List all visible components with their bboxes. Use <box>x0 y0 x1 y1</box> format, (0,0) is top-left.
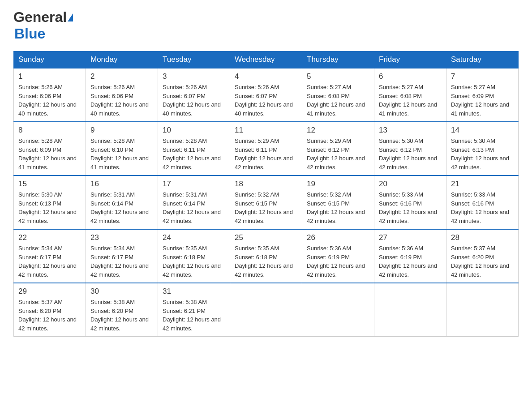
calendar-body: 1 Sunrise: 5:26 AM Sunset: 6:06 PM Dayli… <box>14 68 519 337</box>
day-number: 4 <box>235 72 297 81</box>
day-number: 12 <box>307 126 369 135</box>
day-number: 10 <box>163 126 225 135</box>
calendar-cell: 28 Sunrise: 5:37 AM Sunset: 6:20 PM Dayl… <box>446 229 519 283</box>
day-number: 26 <box>307 233 369 242</box>
day-number: 1 <box>18 72 81 81</box>
calendar-cell: 17 Sunrise: 5:31 AM Sunset: 6:14 PM Dayl… <box>158 176 230 229</box>
calendar-cell: 12 Sunrise: 5:29 AM Sunset: 6:12 PM Dayl… <box>302 122 374 176</box>
calendar-week-row: 8 Sunrise: 5:28 AM Sunset: 6:09 PM Dayli… <box>14 122 519 176</box>
calendar-cell: 19 Sunrise: 5:32 AM Sunset: 6:15 PM Dayl… <box>302 176 374 229</box>
calendar-cell: 16 Sunrise: 5:31 AM Sunset: 6:14 PM Dayl… <box>86 176 158 229</box>
day-info: Sunrise: 5:27 AM Sunset: 6:08 PM Dayligh… <box>379 83 442 118</box>
calendar-header-row: SundayMondayTuesdayWednesdayThursdayFrid… <box>14 51 519 68</box>
day-number: 31 <box>163 287 225 296</box>
calendar-cell: 2 Sunrise: 5:26 AM Sunset: 6:06 PM Dayli… <box>86 68 158 122</box>
day-info: Sunrise: 5:31 AM Sunset: 6:14 PM Dayligh… <box>163 190 225 225</box>
day-number: 20 <box>379 180 442 188</box>
logo: General Blue <box>13 9 73 42</box>
calendar-cell: 3 Sunrise: 5:26 AM Sunset: 6:07 PM Dayli… <box>158 68 230 122</box>
day-info: Sunrise: 5:26 AM Sunset: 6:06 PM Dayligh… <box>18 83 81 118</box>
calendar-cell: 15 Sunrise: 5:30 AM Sunset: 6:13 PM Dayl… <box>14 176 86 229</box>
calendar-week-row: 1 Sunrise: 5:26 AM Sunset: 6:06 PM Dayli… <box>14 68 519 122</box>
day-info: Sunrise: 5:32 AM Sunset: 6:15 PM Dayligh… <box>235 190 297 225</box>
calendar-cell: 5 Sunrise: 5:27 AM Sunset: 6:08 PM Dayli… <box>302 68 374 122</box>
day-info: Sunrise: 5:35 AM Sunset: 6:18 PM Dayligh… <box>235 244 297 279</box>
day-number: 27 <box>379 233 442 242</box>
calendar-cell: 20 Sunrise: 5:33 AM Sunset: 6:16 PM Dayl… <box>374 176 446 229</box>
calendar-cell: 27 Sunrise: 5:36 AM Sunset: 6:19 PM Dayl… <box>374 229 446 283</box>
calendar-header-tuesday: Tuesday <box>158 51 230 68</box>
calendar-cell: 24 Sunrise: 5:35 AM Sunset: 6:18 PM Dayl… <box>158 229 230 283</box>
day-info: Sunrise: 5:35 AM Sunset: 6:18 PM Dayligh… <box>163 244 225 279</box>
day-number: 7 <box>451 72 514 81</box>
day-info: Sunrise: 5:28 AM Sunset: 6:10 PM Dayligh… <box>90 137 153 171</box>
day-info: Sunrise: 5:27 AM Sunset: 6:09 PM Dayligh… <box>451 83 514 118</box>
day-info: Sunrise: 5:38 AM Sunset: 6:21 PM Dayligh… <box>163 298 225 333</box>
day-info: Sunrise: 5:29 AM Sunset: 6:11 PM Dayligh… <box>235 137 297 171</box>
day-info: Sunrise: 5:27 AM Sunset: 6:08 PM Dayligh… <box>307 83 369 118</box>
calendar-header-friday: Friday <box>374 51 446 68</box>
calendar-cell: 21 Sunrise: 5:33 AM Sunset: 6:16 PM Dayl… <box>446 176 519 229</box>
day-number: 13 <box>379 126 442 135</box>
calendar-cell: 29 Sunrise: 5:37 AM Sunset: 6:20 PM Dayl… <box>14 283 86 337</box>
day-info: Sunrise: 5:30 AM Sunset: 6:13 PM Dayligh… <box>451 137 514 171</box>
day-info: Sunrise: 5:26 AM Sunset: 6:06 PM Dayligh… <box>90 83 153 118</box>
day-info: Sunrise: 5:26 AM Sunset: 6:07 PM Dayligh… <box>163 83 225 118</box>
day-number: 11 <box>235 126 297 135</box>
day-info: Sunrise: 5:26 AM Sunset: 6:07 PM Dayligh… <box>235 83 297 118</box>
day-number: 2 <box>90 72 153 81</box>
day-number: 9 <box>90 126 153 135</box>
calendar-cell: 9 Sunrise: 5:28 AM Sunset: 6:10 PM Dayli… <box>86 122 158 176</box>
calendar-cell: 11 Sunrise: 5:29 AM Sunset: 6:11 PM Dayl… <box>230 122 302 176</box>
day-number: 29 <box>18 287 81 296</box>
day-info: Sunrise: 5:37 AM Sunset: 6:20 PM Dayligh… <box>18 298 81 333</box>
day-info: Sunrise: 5:37 AM Sunset: 6:20 PM Dayligh… <box>451 244 514 279</box>
calendar-week-row: 15 Sunrise: 5:30 AM Sunset: 6:13 PM Dayl… <box>14 176 519 229</box>
day-info: Sunrise: 5:36 AM Sunset: 6:19 PM Dayligh… <box>379 244 442 279</box>
calendar-header-monday: Monday <box>86 51 158 68</box>
day-info: Sunrise: 5:28 AM Sunset: 6:09 PM Dayligh… <box>18 137 81 171</box>
calendar-cell: 31 Sunrise: 5:38 AM Sunset: 6:21 PM Dayl… <box>158 283 230 337</box>
day-number: 15 <box>18 180 81 188</box>
calendar-cell <box>446 283 519 337</box>
day-number: 16 <box>90 180 153 188</box>
day-number: 23 <box>90 233 153 242</box>
day-info: Sunrise: 5:29 AM Sunset: 6:12 PM Dayligh… <box>307 137 369 171</box>
calendar-cell: 23 Sunrise: 5:34 AM Sunset: 6:17 PM Dayl… <box>86 229 158 283</box>
day-number: 21 <box>451 180 514 188</box>
day-number: 8 <box>18 126 81 135</box>
day-number: 18 <box>235 180 297 188</box>
calendar-cell: 22 Sunrise: 5:34 AM Sunset: 6:17 PM Dayl… <box>14 229 86 283</box>
calendar-header-thursday: Thursday <box>302 51 374 68</box>
day-info: Sunrise: 5:30 AM Sunset: 6:13 PM Dayligh… <box>18 190 81 225</box>
day-info: Sunrise: 5:36 AM Sunset: 6:19 PM Dayligh… <box>307 244 369 279</box>
day-number: 30 <box>90 287 153 296</box>
day-info: Sunrise: 5:30 AM Sunset: 6:12 PM Dayligh… <box>379 137 442 171</box>
calendar-cell: 13 Sunrise: 5:30 AM Sunset: 6:12 PM Dayl… <box>374 122 446 176</box>
logo-triangle-icon <box>68 13 73 21</box>
day-number: 5 <box>307 72 369 81</box>
calendar-week-row: 29 Sunrise: 5:37 AM Sunset: 6:20 PM Dayl… <box>14 283 519 337</box>
calendar-cell: 8 Sunrise: 5:28 AM Sunset: 6:09 PM Dayli… <box>14 122 86 176</box>
calendar-cell <box>302 283 374 337</box>
day-info: Sunrise: 5:33 AM Sunset: 6:16 PM Dayligh… <box>451 190 514 225</box>
logo-general-text: General <box>13 9 67 26</box>
day-info: Sunrise: 5:31 AM Sunset: 6:14 PM Dayligh… <box>90 190 153 225</box>
calendar-week-row: 22 Sunrise: 5:34 AM Sunset: 6:17 PM Dayl… <box>14 229 519 283</box>
calendar-cell: 1 Sunrise: 5:26 AM Sunset: 6:06 PM Dayli… <box>14 68 86 122</box>
day-info: Sunrise: 5:32 AM Sunset: 6:15 PM Dayligh… <box>307 190 369 225</box>
day-info: Sunrise: 5:28 AM Sunset: 6:11 PM Dayligh… <box>163 137 225 171</box>
calendar-table: SundayMondayTuesdayWednesdayThursdayFrid… <box>13 51 519 337</box>
day-number: 28 <box>451 233 514 242</box>
calendar-cell: 30 Sunrise: 5:38 AM Sunset: 6:20 PM Dayl… <box>86 283 158 337</box>
day-info: Sunrise: 5:33 AM Sunset: 6:16 PM Dayligh… <box>379 190 442 225</box>
day-info: Sunrise: 5:38 AM Sunset: 6:20 PM Dayligh… <box>90 298 153 333</box>
calendar-header-saturday: Saturday <box>446 51 519 68</box>
day-number: 14 <box>451 126 514 135</box>
calendar-cell: 25 Sunrise: 5:35 AM Sunset: 6:18 PM Dayl… <box>230 229 302 283</box>
day-number: 25 <box>235 233 297 242</box>
day-info: Sunrise: 5:34 AM Sunset: 6:17 PM Dayligh… <box>90 244 153 279</box>
day-number: 6 <box>379 72 442 81</box>
day-number: 24 <box>163 233 225 242</box>
day-number: 22 <box>18 233 81 242</box>
